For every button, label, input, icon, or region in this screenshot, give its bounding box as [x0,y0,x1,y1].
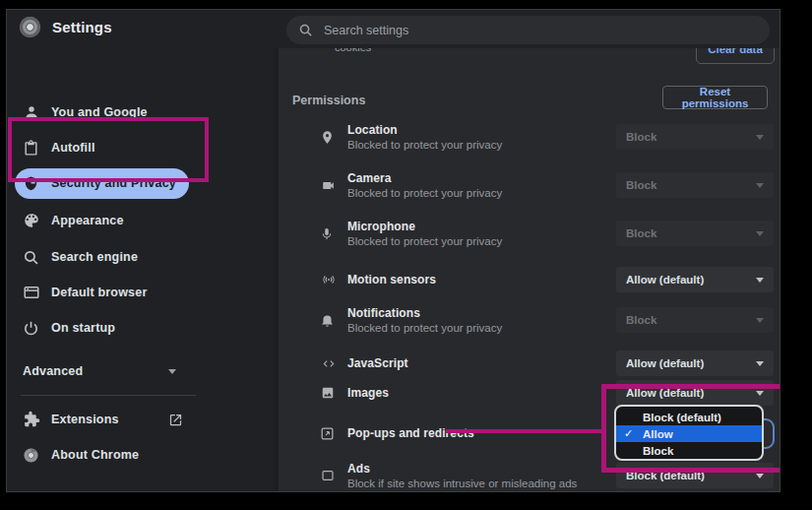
permission-subtitle: Blocked to protect your privacy [347,187,502,199]
search-icon [298,23,313,37]
camera-icon [320,176,338,194]
permission-title: Pop-ups and redirects [347,426,474,440]
reset-permissions-button[interactable]: Reset permissions [662,86,768,109]
clipped-usage-text: cookies [335,48,371,51]
permission-title: Microphone [347,220,502,233]
chevron-down-icon [756,231,764,236]
shield-icon [23,174,40,192]
sidebar-item-search-engine[interactable]: Search engine [7,242,263,272]
chevron-down-icon [756,135,764,140]
brand: Settings [20,17,112,37]
sidebar-item-about-chrome[interactable]: About Chrome [7,440,263,470]
permission-subtitle: Blocked to protect your privacy [347,235,502,247]
sidebar-item-label: Default browser [51,286,147,299]
permission-row-motion-sensors: Motion sensors Allow (default) [279,267,774,292]
permission-title: Camera [347,171,502,185]
clear-data-button[interactable]: Clear data [696,48,775,64]
site-settings-panel: cookies Clear data Permissions Reset per… [274,48,780,491]
chevron-down-icon [756,361,764,366]
permission-row-images: Images Allow (default) [279,380,774,406]
permission-row-javascript: JavaScript Allow (default) [279,351,774,376]
permission-title: Images [347,386,389,400]
permission-title: Location [347,123,502,137]
sensors-icon [320,271,338,288]
sidebar-item-label: Extensions [51,413,119,426]
sidebar-item-advanced[interactable]: Advanced [7,356,263,386]
puzzle-icon [23,411,40,428]
search-bar[interactable] [286,16,770,44]
browser-window-icon [23,284,40,301]
check-icon: ✓ [624,427,633,440]
screenshot-stage: Settings You and Google [0,0,812,510]
menu-item-block-default[interactable]: Block (default) [616,409,762,425]
ads-select[interactable]: Block (default) [616,463,774,488]
permission-title: Motion sensors [347,273,436,287]
ad-icon [320,467,338,484]
sidebar-item-on-startup[interactable]: On startup [7,313,263,343]
sidebar-item-you-and-google[interactable]: You and Google [7,97,263,127]
code-icon [320,354,338,372]
permission-title: Notifications [347,306,502,320]
permission-row-ads: Ads Block if site shows intrusive or mis… [279,456,774,491]
page-title: Settings [52,19,112,35]
permission-title: JavaScript [347,356,408,370]
sidebar-item-label: On startup [51,321,115,335]
menu-item-allow[interactable]: ✓ Allow [616,425,762,442]
chevron-down-icon [168,369,176,374]
sidebar: You and Google Autofill Security and Pri… [7,48,274,491]
chevron-down-icon [756,474,764,478]
external-link-icon[interactable] [168,413,183,427]
location-select[interactable]: Block [616,124,774,150]
microphone-select[interactable]: Block [616,221,774,246]
sidebar-item-default-browser[interactable]: Default browser [7,278,263,307]
chrome-settings-window: Settings You and Google [6,9,781,492]
chevron-down-icon [756,318,764,323]
sidebar-item-label: You and Google [51,105,148,119]
sidebar-item-label: Autofill [51,141,95,155]
person-icon [23,103,40,121]
image-icon [320,384,338,402]
search-engine-icon [23,248,40,266]
top-bar: Settings [7,10,780,48]
chevron-down-icon [756,391,764,396]
permission-dropdown-menu: Block (default) ✓ Allow Block [614,405,764,461]
permission-row-notifications: Notifications Blocked to protect your pr… [279,300,774,340]
sidebar-item-autofill[interactable]: Autofill [7,133,263,162]
microphone-icon [320,224,338,242]
permissions-header: Permissions [292,94,365,107]
sidebar-item-label: About Chrome [51,448,139,462]
chrome-logo-icon [20,17,40,37]
menu-item-block[interactable]: Block [616,442,762,459]
sidebar-item-appearance[interactable]: Appearance [7,206,263,235]
clipboard-icon [23,139,40,157]
sidebar-item-label: Search engine [51,250,138,264]
motion-sensors-select[interactable]: Allow (default) [616,267,774,292]
chrome-icon [23,446,40,464]
permission-subtitle: Blocked to protect your privacy [347,322,502,334]
images-select[interactable]: Allow (default) [616,380,774,406]
sidebar-divider [21,395,196,396]
palette-icon [23,212,40,229]
permission-subtitle: Blocked to protect your privacy [347,139,502,151]
chevron-down-icon [756,183,764,188]
sidebar-item-extensions[interactable]: Extensions [7,405,263,434]
camera-select[interactable]: Block [616,172,774,198]
popup-icon [320,424,338,442]
sidebar-item-label: Security and Privacy [51,176,176,190]
javascript-select[interactable]: Allow (default) [616,351,774,376]
permission-row-microphone: Microphone Blocked to protect your priva… [279,214,774,253]
search-input[interactable] [322,23,758,38]
permission-row-camera: Camera Blocked to protect your privacy B… [279,165,774,205]
sidebar-item-label: Appearance [51,214,124,227]
bell-icon [320,311,338,329]
permission-title: Ads [347,462,577,476]
permission-subtitle: Block if site shows intrusive or mislead… [347,478,577,489]
notifications-select[interactable]: Block [616,307,774,333]
chevron-down-icon [756,278,764,283]
power-icon [23,319,40,337]
permission-row-location: Location Blocked to protect your privacy… [279,117,774,157]
location-pin-icon [320,128,338,146]
advanced-label: Advanced [23,364,83,378]
